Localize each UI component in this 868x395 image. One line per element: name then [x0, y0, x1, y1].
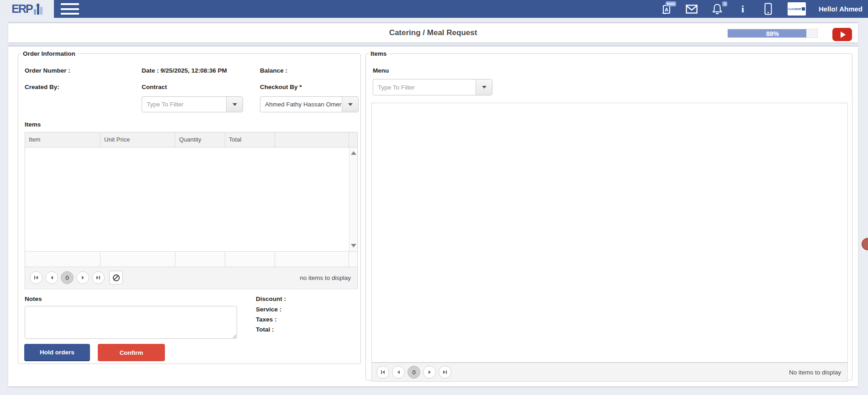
chevron-down-icon: [233, 103, 237, 106]
menu-label: Menu: [373, 67, 389, 74]
order-items-empty-message: no items to display: [300, 274, 351, 281]
scroll-up-icon[interactable]: [351, 151, 356, 155]
order-items-pager: 0 no items to display: [25, 267, 357, 288]
order-items-grid-body: [25, 147, 357, 251]
info-icon[interactable]: i: [736, 3, 749, 16]
contract-dropdown-placeholder: Type To Filter: [142, 101, 226, 108]
menu-filter-dropdown-button[interactable]: [476, 79, 492, 95]
pager-next-button[interactable]: [423, 366, 436, 379]
order-items-grid-footer: [25, 251, 357, 267]
order-items-grid: Item Unit Price Quantity Total: [25, 132, 358, 289]
notes-textarea[interactable]: [25, 306, 237, 339]
pager-prev-button[interactable]: [45, 271, 58, 284]
column-header-spacer: [349, 132, 357, 147]
menu-filter-dropdown[interactable]: Type To Filter: [373, 79, 492, 95]
column-header-unit-price[interactable]: Unit Price: [101, 132, 175, 147]
confirm-button[interactable]: Confirm: [98, 344, 165, 361]
pager-first-button[interactable]: [30, 271, 42, 284]
pager-prev-button[interactable]: [392, 366, 405, 379]
profile-progress-bar: 88%: [727, 29, 818, 38]
checkout-by-dropdown-button[interactable]: [342, 97, 358, 112]
discount-label: Discount :: [256, 295, 286, 302]
header-actions: A ENG 2 i CLOU: [660, 0, 863, 18]
contract-dropdown[interactable]: Type To Filter: [142, 96, 243, 112]
video-help-button[interactable]: [832, 28, 852, 41]
pager-next-button[interactable]: [76, 271, 89, 284]
menu-items-empty-message: No items to display: [789, 369, 841, 376]
items-panel: Items Menu Type To Filter 0 No items to …: [365, 50, 852, 380]
grid-vertical-scrollbar[interactable]: [349, 147, 357, 251]
menu-items-pager: 0 No items to display: [371, 363, 848, 382]
app-logo-text: ERP: [11, 2, 32, 16]
checkout-by-dropdown[interactable]: Ahmed Fathy Hassan Omer: [260, 96, 359, 112]
pager-cancel-button[interactable]: [109, 271, 123, 284]
language-icon[interactable]: A ENG: [660, 3, 672, 16]
user-avatar[interactable]: CLOUDERP: [788, 2, 806, 16]
checkout-by-label: Checkout By *: [260, 84, 302, 90]
total-label: Total :: [256, 326, 274, 333]
top-header-bar: ERP + A ENG 2 i: [0, 0, 868, 18]
scroll-down-icon[interactable]: [351, 244, 356, 248]
taxes-label: Taxes :: [256, 316, 277, 323]
column-header-total[interactable]: Total: [225, 132, 275, 147]
balance-label: Balance :: [260, 67, 287, 74]
logo-building-icon: +: [34, 4, 42, 15]
pager-last-button[interactable]: [92, 271, 105, 284]
items-section-label: Items: [25, 121, 41, 128]
notifications-bell-icon[interactable]: 2: [711, 3, 724, 16]
notes-label: Notes: [25, 295, 42, 302]
column-header-quantity[interactable]: Quantity: [175, 132, 225, 147]
feedback-fab-button[interactable]: [862, 238, 868, 250]
contract-dropdown-button[interactable]: [226, 97, 243, 112]
progress-percent-label: 88%: [728, 30, 817, 37]
page-title-bar: Catering / Meal Request 88%: [8, 22, 858, 42]
contract-label: Contract: [142, 84, 167, 90]
order-information-panel: Order Information Order Number : Date : …: [18, 50, 361, 364]
user-greeting: Hello! Ahmed: [819, 5, 863, 13]
chevron-down-icon: [482, 86, 487, 89]
mobile-app-icon[interactable]: [762, 3, 775, 16]
checkout-by-value: Ahmed Fathy Hassan Omer: [260, 101, 342, 108]
chevron-down-icon: [348, 103, 353, 106]
pager-current-page[interactable]: 0: [61, 271, 74, 284]
order-information-legend: Order Information: [21, 50, 77, 57]
pager-first-button[interactable]: [376, 366, 389, 379]
app-logo[interactable]: ERP +: [0, 0, 54, 18]
menu-items-list: [371, 103, 848, 363]
items-panel-legend: Items: [369, 50, 388, 57]
svg-text:A: A: [665, 7, 668, 12]
mail-icon[interactable]: [685, 3, 698, 16]
order-number-label: Order Number :: [25, 67, 70, 74]
content-card: Order Information Order Number : Date : …: [8, 45, 858, 386]
pager-last-button[interactable]: [439, 366, 451, 379]
created-by-label: Created By:: [25, 84, 59, 90]
menu-filter-placeholder: Type To Filter: [373, 84, 476, 91]
date-label: Date : 9/25/2025, 12:08:36 PM: [142, 67, 227, 74]
column-header-actions: [275, 132, 349, 147]
order-items-grid-header: Item Unit Price Quantity Total: [25, 132, 357, 147]
menu-hamburger-icon[interactable]: [61, 3, 79, 15]
pager-current-page[interactable]: 0: [408, 366, 420, 379]
cancel-icon: [113, 274, 120, 281]
language-badge: ENG: [666, 1, 676, 6]
notifications-count-badge: 2: [722, 1, 727, 6]
hold-orders-button[interactable]: Hold orders: [24, 344, 90, 361]
play-icon: [841, 32, 846, 38]
service-label: Service :: [256, 306, 281, 313]
column-header-item[interactable]: Item: [25, 132, 101, 147]
